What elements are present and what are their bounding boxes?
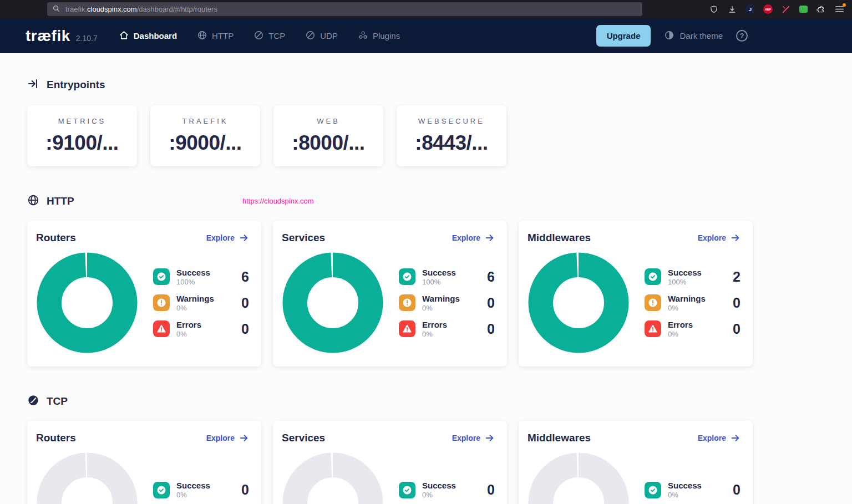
errors-count: 0 [733,321,741,337]
success-count: 6 [241,269,249,285]
donut-chart [282,252,384,354]
entrypoint-card-websecure: WEBSECURE :8443/... [397,105,506,166]
upgrade-button[interactable]: Upgrade [596,25,651,47]
warning-icon [645,294,661,311]
udp-icon [305,30,316,42]
contrast-icon [664,30,674,42]
errors-count: 0 [487,321,495,337]
donut-chart [36,252,138,354]
success-icon [399,482,415,498]
extension-icon[interactable] [781,4,791,14]
extension-icon[interactable] [799,6,808,13]
explore-link[interactable]: Explore [452,233,495,243]
donut-chart [282,452,384,504]
explore-link[interactable]: Explore [698,233,741,243]
entrypoint-port: :9100/... [45,131,118,155]
http-middlewares-card: Middlewares Explore Success100% 2 Warnin… [519,221,753,366]
browser-chrome: traefik.cloudspinx.com/dashboard/#/http/… [0,0,852,18]
extensions-puzzle-icon[interactable] [816,4,826,14]
success-icon [153,268,170,285]
card-title: Routers [36,432,76,444]
entrypoint-port: :8000/... [292,131,364,155]
tcp-icon [27,394,39,409]
success-count: 0 [733,482,741,498]
errors-stat: Errors0% 0 [399,317,495,340]
card-title: Middlewares [528,432,591,444]
success-count: 0 [487,482,495,498]
tcp-routers-card: Routers Explore Success0% 0 Warnings0% 0 [27,421,261,504]
http-services-card: Services Explore Success100% 6 Warnings0… [273,221,507,366]
explore-link[interactable]: Explore [698,433,741,443]
error-icon [399,320,415,337]
extension-icon[interactable]: J [746,4,755,14]
adblock-abp-icon[interactable]: ABP [763,4,773,14]
traefik-navbar: træfik 2.10.7 Dashboard HTTP TCP UDP Plu… [0,18,852,53]
errors-stat: Errors0% 0 [153,317,249,340]
dark-theme-toggle[interactable]: Dark theme [664,30,723,42]
tcp-services-card: Services Explore Success0% 0 Warnings0% … [273,421,507,504]
donut-chart [36,452,138,504]
errors-count: 0 [241,321,249,337]
success-count: 6 [487,269,495,285]
url-bar[interactable]: traefik.cloudspinx.com/dashboard/#/http/… [47,2,642,16]
success-icon [399,268,415,285]
explore-link[interactable]: Explore [206,233,249,243]
nav-item-udp[interactable]: UDP [305,30,338,42]
entrypoint-name: TRAEFIK [182,117,229,125]
entrypoint-port: :9000/... [169,131,241,155]
donut-chart [528,252,630,354]
entrypoint-name: WEBSECURE [418,117,485,125]
success-icon [153,482,170,498]
version-label: 2.10.7 [76,34,98,43]
tcp-icon [253,30,264,42]
globe-icon [197,30,207,42]
globe-icon [27,194,39,208]
warnings-stat: Warnings0% 0 [399,291,495,314]
nav-item-http[interactable]: HTTP [197,30,234,42]
success-stat: Success100% 2 [645,265,741,288]
search-icon [53,4,60,14]
entrypoint-name: WEB [317,117,340,125]
explore-link[interactable]: Explore [206,433,249,443]
warning-icon [399,294,415,311]
tcp-section-heading: TCP [27,394,852,409]
download-icon[interactable] [727,4,737,14]
entrypoint-card-web: WEB :8000/... [273,105,383,166]
warning-icon [153,294,170,311]
success-stat: Success100% 6 [399,265,495,288]
menu-icon[interactable] [834,4,844,14]
http-routers-card: Routers Explore Success100% 6 Warnings0%… [27,221,261,366]
nav-item-plugins[interactable]: Plugins [358,30,400,42]
entrypoint-card-traefik: TRAEFIK :9000/... [150,105,260,166]
success-count: 2 [733,269,741,285]
notification-dot-icon [843,3,846,7]
traefik-logo[interactable]: træfik [26,27,70,45]
watermark-link: https://cloudspinx.com [242,197,314,205]
error-icon [153,320,170,337]
tcp-middlewares-card: Middlewares Explore Success0% 0 Warnings… [519,421,753,504]
entrypoint-port: :8443/... [415,131,488,155]
entrypoints-title: Entrypoints [47,79,105,91]
tcp-title: TCP [47,395,68,408]
entrypoints-row: METRICS :9100/... TRAEFIK :9000/... WEB … [27,105,852,166]
tcp-cards-row: Routers Explore Success0% 0 Warnings0% 0… [27,421,753,504]
success-stat: Success0% 0 [399,478,495,502]
warnings-stat: Warnings0% 0 [153,291,249,314]
card-title: Routers [36,232,76,244]
entrypoint-card-metrics: METRICS :9100/... [27,105,137,166]
warnings-count: 0 [241,295,249,311]
success-stat: Success0% 0 [153,478,249,502]
error-icon [645,320,661,337]
shield-icon[interactable] [709,4,719,14]
explore-link[interactable]: Explore [452,433,495,443]
card-title: Services [282,432,325,444]
warnings-count: 0 [487,295,495,311]
entrypoint-name: METRICS [58,117,106,125]
nav-item-dashboard[interactable]: Dashboard [119,30,177,42]
help-icon[interactable] [736,30,748,42]
success-stat: Success100% 6 [153,265,249,288]
entrypoints-icon [27,78,39,92]
url-text: traefik.cloudspinx.com/dashboard/#/http/… [65,5,217,13]
nav-item-tcp[interactable]: TCP [253,30,285,42]
success-stat: Success0% 0 [645,478,741,502]
